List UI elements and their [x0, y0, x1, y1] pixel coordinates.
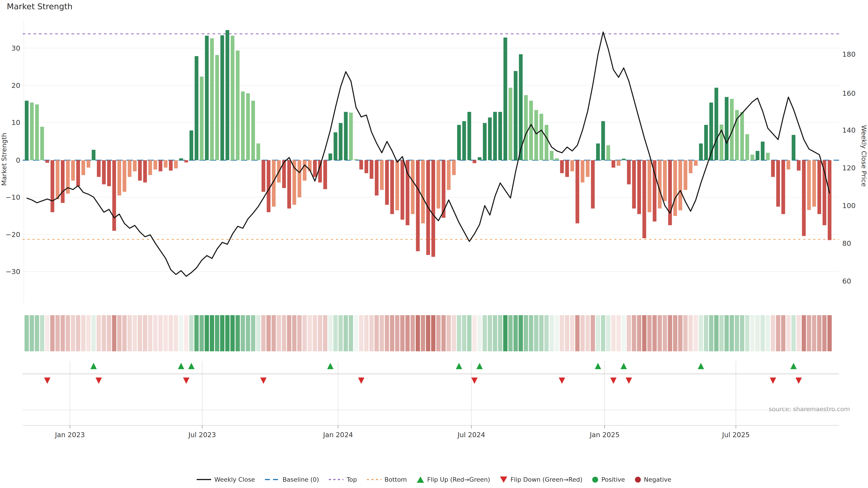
strength-bar: [750, 155, 754, 160]
strength-bar: [745, 134, 749, 160]
heatmap-cell: [508, 315, 513, 351]
right-axis-tick: 60: [842, 277, 851, 285]
flip-down-marker: [770, 378, 776, 384]
heatmap-cell: [236, 315, 240, 351]
heatmap-cell: [272, 315, 276, 351]
heatmap-cell: [122, 315, 127, 351]
heatmap-cell: [81, 315, 86, 351]
strength-bar: [184, 160, 188, 162]
heatmap-cell: [50, 315, 55, 351]
strength-bar: [40, 127, 44, 160]
heatmap-cell: [663, 315, 667, 351]
strength-bar: [210, 38, 214, 160]
heatmap-cell: [766, 315, 770, 351]
heatmap-cell: [292, 315, 297, 351]
heatmap-cell: [575, 315, 580, 351]
heatmap-cell: [724, 315, 729, 351]
strength-bar: [30, 103, 34, 160]
legend-item: Negative: [635, 476, 671, 483]
x-axis-tick: Jan 2024: [322, 431, 353, 439]
strength-bar: [648, 160, 651, 212]
strength-bar: [786, 160, 790, 169]
strength-bar: [725, 97, 728, 160]
strength-bar: [123, 160, 126, 192]
flip-down-marker: [610, 378, 617, 384]
heatmap-cell: [632, 315, 636, 351]
strength-bar: [421, 160, 425, 223]
heatmap-cell: [215, 315, 219, 351]
heatmap-cell: [627, 315, 631, 351]
heatmap-cell: [410, 315, 415, 351]
heatmap-cell: [477, 315, 482, 351]
heatmap-cell: [333, 315, 338, 351]
heatmap-cell: [622, 315, 626, 351]
strength-bar: [524, 95, 528, 160]
heatmap-cell: [426, 315, 430, 351]
heatmap-cell: [405, 315, 410, 351]
heatmap-cell: [601, 315, 605, 351]
strength-bar: [339, 123, 343, 160]
heatmap-cell: [828, 315, 832, 351]
right-axis-tick: 140: [842, 126, 856, 134]
strength-bar: [560, 160, 564, 173]
heatmap-cell: [514, 315, 518, 351]
left-axis-tick: 10: [11, 119, 20, 127]
heatmap-cell: [308, 315, 312, 351]
dot-purple-icon: [329, 479, 343, 480]
strength-bar: [241, 92, 245, 160]
strength-bar: [493, 112, 497, 160]
heatmap-cell: [133, 315, 137, 351]
x-axis-tick: Jul 2024: [457, 431, 485, 439]
strength-bar: [668, 160, 672, 225]
heatmap-cell: [761, 315, 765, 351]
heatmap-cell: [199, 315, 204, 351]
strength-bar: [256, 143, 260, 160]
strength-bar: [663, 160, 667, 201]
heatmap-cell: [323, 315, 327, 351]
heatmap-cell: [25, 315, 29, 351]
legend-item: Flip Up (Red→Green): [417, 476, 490, 483]
strength-bar: [81, 160, 85, 175]
strength-bar: [365, 160, 368, 173]
strength-bar: [128, 160, 131, 177]
strength-bar: [771, 160, 775, 177]
strength-bar: [380, 160, 384, 190]
chart-legend: Weekly CloseBaseline (0)TopBottomFlip Up…: [0, 476, 868, 483]
heatmap-cell: [205, 315, 209, 351]
strength-bar: [174, 160, 178, 168]
left-axis-tick: −30: [6, 267, 20, 275]
dot-green-icon: [592, 477, 598, 483]
strength-bar: [740, 112, 744, 160]
heatmap-cell: [750, 315, 754, 351]
heatmap-cell: [30, 315, 34, 351]
heatmap-cell: [395, 315, 399, 351]
strength-bar: [715, 88, 718, 160]
heatmap-cell: [781, 315, 785, 351]
strength-bar: [231, 36, 235, 160]
right-axis-tick: 80: [842, 239, 851, 248]
strength-bar: [195, 56, 198, 160]
heatmap-cell: [184, 315, 188, 351]
heatmap-cell: [555, 315, 559, 351]
dash-blue-icon: [265, 479, 279, 480]
heatmap-cell: [375, 315, 379, 351]
heatmap-cell: [817, 315, 822, 351]
legend-label: Negative: [644, 476, 671, 483]
strength-bar: [189, 130, 193, 160]
strength-bar: [432, 160, 435, 257]
x-axis-tick: Jul 2025: [722, 431, 750, 439]
strength-bar: [251, 101, 255, 160]
strength-bar: [545, 125, 548, 160]
heatmap-cell: [168, 315, 173, 351]
strength-bar: [205, 36, 209, 160]
strength-bar: [678, 160, 682, 210]
strength-bar: [45, 160, 49, 163]
heatmap-cell: [709, 315, 713, 351]
strength-bar: [555, 158, 559, 160]
heatmap-cell: [591, 315, 595, 351]
strength-bar: [802, 160, 806, 236]
strength-bar: [607, 145, 610, 160]
heatmap-cell: [730, 315, 734, 351]
heatmap-cell: [797, 315, 801, 351]
x-axis-tick: Jan 2023: [55, 431, 85, 439]
